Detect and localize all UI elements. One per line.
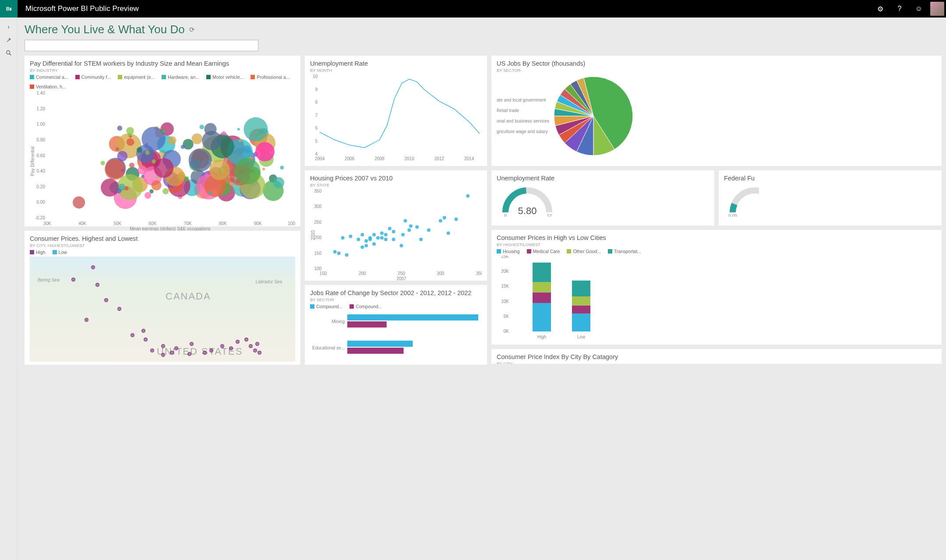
- pie-labels: ate and local governmentRetail tradeonal…: [497, 95, 549, 137]
- svg-point-140: [162, 129, 166, 133]
- svg-point-143: [141, 175, 144, 178]
- settings-icon[interactable]: ⚙: [871, 0, 890, 18]
- svg-text:90K: 90K: [254, 221, 262, 226]
- svg-point-101: [237, 128, 240, 130]
- svg-point-141: [117, 151, 128, 162]
- expand-nav-icon[interactable]: ›: [0, 20, 17, 33]
- tile-gauge-unemployment[interactable]: Unemployment Rate 5.80012: [491, 170, 714, 225]
- svg-rect-219: [347, 341, 413, 347]
- svg-point-213: [401, 233, 405, 236]
- svg-point-199: [400, 244, 403, 247]
- svg-text:0.00: 0.00: [37, 200, 46, 204]
- svg-rect-239: [572, 281, 590, 296]
- svg-point-112: [116, 147, 120, 151]
- svg-text:4: 4: [315, 151, 318, 156]
- help-icon[interactable]: ?: [890, 0, 909, 18]
- svg-point-151: [73, 196, 85, 208]
- svg-point-50: [192, 134, 203, 144]
- svg-text:100: 100: [314, 266, 321, 271]
- svg-point-98: [168, 136, 176, 144]
- tile-subtitle: BY INDUSTRY: [30, 68, 295, 73]
- svg-point-35: [101, 161, 105, 165]
- svg-point-205: [439, 219, 442, 222]
- svg-text:5: 5: [315, 139, 318, 144]
- svg-point-133: [209, 191, 212, 194]
- svg-text:Educational se...: Educational se...: [312, 345, 345, 350]
- gauge-chart: 0.00: [724, 182, 759, 217]
- tile-title: Jobs Rate of Change by Sector 2002 - 201…: [310, 289, 482, 296]
- svg-text:8: 8: [315, 100, 318, 105]
- svg-point-64: [129, 162, 134, 168]
- scatter-chart: 1001502002503003501502002503003502007201…: [310, 189, 482, 281]
- tile-consumer-stack[interactable]: Consumer Prices in High vs Low Cities BY…: [491, 230, 942, 345]
- tile-title: Housing Prices 2007 vs 2010: [310, 175, 482, 182]
- svg-text:250: 250: [398, 271, 405, 276]
- svg-point-196: [384, 233, 388, 236]
- tile-housing[interactable]: Housing Prices 2007 vs 2010 BY STATE 100…: [305, 170, 487, 281]
- svg-point-153: [234, 158, 261, 184]
- search-icon[interactable]: [0, 46, 17, 60]
- tile-title: Unemployment Rate: [310, 60, 482, 67]
- page-title: Where You Live & What You Do: [25, 23, 185, 36]
- svg-point-206: [443, 216, 446, 219]
- svg-text:5.80: 5.80: [518, 205, 537, 216]
- app-title: Microsoft Power BI Public Preview: [18, 4, 871, 13]
- svg-point-202: [415, 225, 419, 229]
- svg-point-185: [360, 233, 364, 236]
- svg-point-67: [162, 188, 169, 194]
- legend: HousingMedical CareOther Good...Transpor…: [497, 249, 936, 254]
- svg-text:0.80: 0.80: [37, 137, 46, 142]
- tile-jobs-pie[interactable]: US Jobs By Sector (thousands) BY SECTOR …: [491, 56, 942, 166]
- tile-unemployment[interactable]: Unemployment Rate BY MONTH 4567891020042…: [305, 56, 487, 166]
- svg-point-195: [384, 238, 388, 241]
- svg-text:2006: 2006: [345, 156, 355, 161]
- svg-text:150: 150: [314, 251, 321, 256]
- svg-rect-231: [533, 303, 551, 331]
- svg-rect-233: [533, 282, 551, 292]
- gauge-chart: 5.80012: [497, 182, 558, 217]
- refresh-icon[interactable]: ⟳: [189, 26, 195, 34]
- svg-text:350: 350: [314, 189, 321, 194]
- svg-text:2007: 2007: [396, 276, 406, 281]
- svg-point-181: [337, 252, 341, 255]
- line-chart: 45678910200420062008201020122014: [310, 74, 482, 162]
- user-avatar[interactable]: [930, 2, 944, 16]
- app-logo[interactable]: B▮: [0, 0, 18, 18]
- svg-point-193: [380, 236, 384, 239]
- svg-point-200: [403, 219, 407, 222]
- svg-point-191: [372, 233, 376, 236]
- svg-point-208: [454, 218, 458, 221]
- tile-gauge-federal[interactable]: Federal Fu 0.00: [719, 170, 942, 225]
- svg-text:2010: 2010: [311, 230, 315, 240]
- share-icon[interactable]: ↗: [0, 33, 17, 46]
- tile-title: Federal Fu: [724, 175, 936, 182]
- svg-point-150: [154, 158, 173, 178]
- svg-text:2004: 2004: [315, 156, 325, 161]
- map: Bering Sea Labrador Sea CANADA UNITED ST…: [30, 257, 295, 362]
- feedback-icon[interactable]: ☺: [909, 0, 928, 18]
- qa-input[interactable]: [25, 40, 258, 51]
- svg-point-145: [189, 148, 212, 172]
- svg-text:60K: 60K: [149, 221, 157, 226]
- map-label: Bering Sea: [38, 278, 59, 282]
- tile-subtitle: BY MONTH: [310, 68, 482, 73]
- tile-consumer-prices-map[interactable]: Consumer Prices. Highest and Lowest BY C…: [25, 231, 300, 365]
- svg-point-132: [138, 166, 147, 175]
- svg-text:10: 10: [313, 74, 318, 79]
- svg-point-124: [184, 176, 189, 182]
- tile-jobs-rate[interactable]: Jobs Rate of Change by Sector 2002 - 201…: [305, 285, 487, 365]
- svg-rect-237: [572, 305, 590, 313]
- bar-chart: MiningEducational se...: [310, 311, 482, 359]
- tile-subtitle: BY HIGHEST/LOWEST: [497, 242, 936, 247]
- legend: Compound...Compound...: [310, 304, 482, 309]
- svg-point-88: [280, 166, 284, 169]
- svg-point-198: [392, 230, 395, 233]
- dashboard-canvas: Where You Live & What You Do ⟳ Pay Diffe…: [18, 18, 946, 560]
- svg-text:25K: 25K: [501, 256, 509, 259]
- svg-point-204: [427, 229, 431, 232]
- tile-pay-differential[interactable]: Pay Differential for STEM workers by Ind…: [25, 56, 300, 226]
- svg-point-65: [117, 126, 122, 131]
- tile-cpi[interactable]: Consumer Price Index By City By Catagory…: [491, 349, 942, 364]
- map-country: CANADA: [166, 291, 211, 302]
- svg-text:1.00: 1.00: [37, 122, 46, 127]
